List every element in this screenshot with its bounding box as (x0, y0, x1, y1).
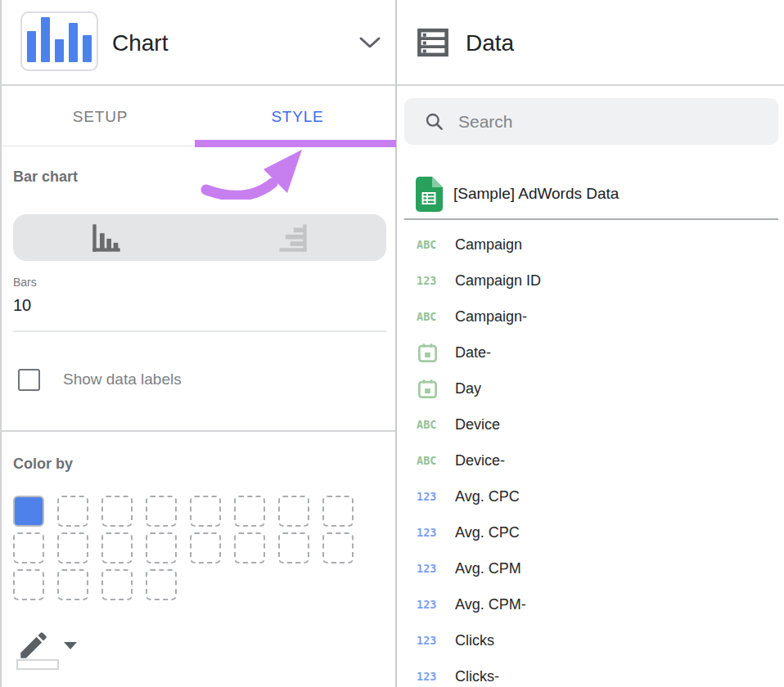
123-field-icon: 123 (417, 490, 444, 503)
column-chart-icon[interactable] (13, 214, 200, 261)
data-source-row[interactable]: [Sample] AdWords Data (397, 173, 784, 214)
data-panel: Data [Sample] AdWords Data (397, 0, 784, 687)
horizontal-bar-chart-icon[interactable] (200, 214, 386, 261)
color-swatch[interactable] (322, 496, 354, 527)
field-row[interactable]: 123 Avg. CPM- (397, 586, 784, 622)
123-field-icon: 123 (417, 526, 444, 539)
annotation-arrow-icon (188, 146, 311, 200)
search-input[interactable] (458, 112, 768, 132)
bar-chart-heading: Bar chart (13, 168, 78, 186)
caret-down-icon[interactable] (64, 642, 77, 649)
bars-count-input[interactable]: 10 (13, 296, 386, 315)
123-field-icon: 123 (417, 634, 444, 647)
color-swatch[interactable] (322, 532, 354, 564)
field-row[interactable]: 123 Avg. CPC (397, 478, 784, 514)
abc-field-icon: ABC (417, 454, 444, 467)
color-swatch[interactable] (101, 496, 133, 527)
color-swatch[interactable] (57, 569, 88, 600)
bars-input-underline (13, 330, 386, 332)
color-swatch[interactable] (57, 532, 88, 564)
field-row[interactable]: 123 Campaign ID (397, 263, 784, 299)
field-row[interactable]: Date- (397, 335, 784, 370)
source-divider (404, 218, 778, 220)
tab-setup[interactable]: SETUP (2, 88, 199, 146)
chart-panel-title: Chart (112, 0, 168, 86)
show-data-labels-checkbox[interactable] (18, 369, 40, 391)
chevron-down-icon[interactable] (358, 36, 381, 49)
data-table-icon (416, 25, 450, 60)
123-field-icon: 123 (417, 274, 444, 287)
color-swatch[interactable] (190, 532, 221, 564)
color-swatch[interactable] (146, 496, 177, 527)
chart-type-selector (13, 214, 386, 261)
bars-label: Bars (13, 276, 37, 289)
field-row[interactable]: 123 Clicks (397, 622, 784, 658)
chart-properties-panel: Chart SETUP STYLE Bar chart (2, 0, 396, 687)
show-data-labels-label: Show data labels (63, 370, 182, 388)
tab-bar: SETUP STYLE (2, 88, 396, 146)
123-field-icon: 123 (417, 598, 444, 611)
properties-panel: Chart SETUP STYLE Bar chart (0, 0, 784, 687)
chart-header: Chart (2, 0, 396, 86)
color-swatch[interactable] (190, 496, 221, 527)
color-swatch[interactable] (234, 496, 265, 527)
google-sheets-icon (416, 177, 443, 212)
search-icon (424, 111, 445, 132)
field-row[interactable]: ABC Campaign (397, 227, 784, 263)
color-by-heading: Color by (13, 456, 73, 473)
field-row[interactable]: 123 Avg. CPM (397, 550, 784, 586)
123-field-icon: 123 (417, 562, 444, 575)
calendar-field-icon (417, 342, 444, 364)
color-swatch[interactable] (13, 569, 44, 600)
abc-field-icon: ABC (417, 310, 444, 323)
field-row[interactable]: ABC Device- (397, 442, 784, 478)
color-swatch[interactable] (234, 532, 265, 564)
color-swatch[interactable] (278, 532, 309, 564)
bar-chart-icon (20, 11, 98, 71)
color-swatch[interactable] (13, 496, 44, 527)
field-row[interactable]: ABC Campaign- (397, 299, 784, 335)
abc-field-icon: ABC (417, 418, 444, 431)
abc-field-icon: ABC (417, 238, 444, 251)
data-panel-title: Data (466, 0, 514, 86)
pencil-icon[interactable] (16, 628, 51, 662)
color-swatch[interactable] (101, 532, 133, 564)
section-divider (2, 430, 396, 432)
123-field-icon: 123 (417, 670, 444, 683)
field-row[interactable]: Day (397, 370, 784, 406)
color-swatch[interactable] (278, 496, 309, 527)
field-list: ABC Campaign 123 Campaign ID ABC Campaig… (397, 227, 784, 687)
field-row[interactable]: 123 Clicks- (397, 658, 784, 687)
color-swatch[interactable] (101, 569, 133, 600)
color-swatch[interactable] (13, 532, 44, 564)
border-color-preview (16, 659, 59, 670)
data-source-name: [Sample] AdWords Data (453, 185, 619, 203)
tab-style[interactable]: STYLE (199, 88, 396, 146)
field-row[interactable]: ABC Device (397, 406, 784, 442)
calendar-field-icon (417, 378, 444, 400)
color-swatch[interactable] (57, 496, 88, 527)
color-swatch[interactable] (146, 532, 177, 564)
color-swatch-grid (13, 496, 354, 600)
data-header: Data (397, 0, 784, 86)
search-box (404, 98, 778, 145)
field-row[interactable]: 123 Avg. CPC (397, 514, 784, 550)
color-swatch[interactable] (146, 569, 177, 600)
